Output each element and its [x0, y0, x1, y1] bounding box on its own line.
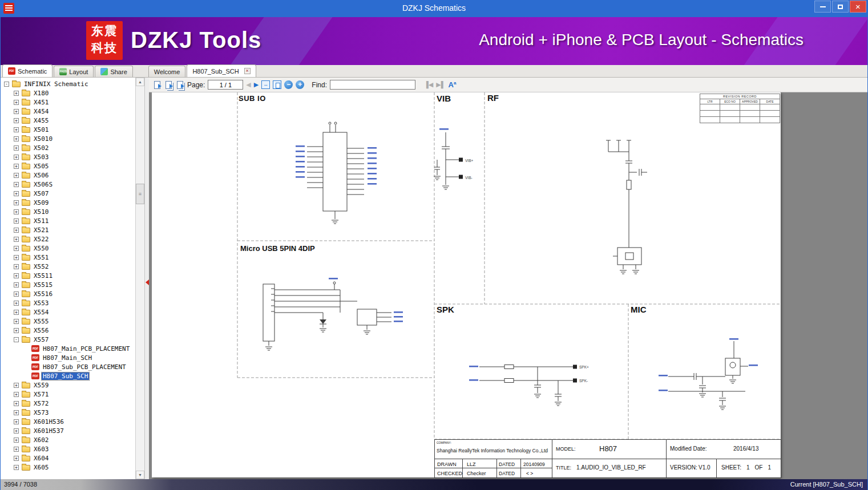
tree-item-label[interactable]: X505 [33, 163, 50, 170]
tree-item-X605[interactable]: +X605 [1, 463, 135, 472]
tree-item-X603[interactable]: +X603 [1, 444, 135, 453]
tree-item-X601H536[interactable]: +X601H536 [1, 417, 135, 426]
text-size-icon[interactable]: Aa [449, 80, 457, 89]
tree-item-label[interactable]: X601H536 [33, 418, 65, 426]
expand-icon[interactable]: + [14, 401, 19, 406]
tab-layout[interactable]: Layout [54, 66, 94, 77]
expand-icon[interactable]: + [14, 310, 19, 315]
tree-item-label[interactable]: X5010 [33, 135, 54, 143]
doc-tab-welcome[interactable]: Welcome [148, 66, 186, 77]
tree-item-X509[interactable]: +X509 [1, 198, 135, 207]
tree-item-H807_Sub_PCB_PLACEMENT[interactable]: PDFH807_Sub_PCB_PLACEMENT [1, 362, 135, 371]
next-page-icon[interactable] [254, 81, 259, 88]
tree-item-X507[interactable]: +X507 [1, 189, 135, 198]
tree-item-label[interactable]: X180 [33, 90, 50, 97]
tree-item-X5515[interactable]: +X5515 [1, 280, 135, 289]
expand-icon[interactable]: + [14, 91, 19, 96]
expand-icon[interactable]: + [14, 209, 19, 214]
tree-item-label[interactable]: X509 [33, 199, 50, 206]
tree-item-H807_Main_PCB_PLACEMENT[interactable]: PDFH807_Main_PCB_PLACEMENT [1, 344, 135, 353]
fit-page-icon[interactable] [273, 80, 281, 89]
tree-item-label[interactable]: X572 [33, 400, 50, 407]
tab-schematic[interactable]: Schematic [2, 64, 53, 77]
tree-item-X522[interactable]: +X522 [1, 234, 135, 244]
tree-item-X506[interactable]: +X506 [1, 171, 135, 180]
tree-item-X572[interactable]: +X572 [1, 399, 135, 408]
expand-icon[interactable]: + [14, 282, 19, 287]
expand-icon[interactable]: + [14, 438, 19, 443]
expand-icon[interactable]: + [14, 410, 19, 415]
tree-item-label[interactable]: X601H537 [33, 427, 65, 435]
tree-item-X552[interactable]: +X552 [1, 262, 135, 271]
page-tile-icon[interactable] [176, 80, 184, 89]
tree-item-label[interactable]: X573 [33, 409, 50, 416]
tree-item-X455[interactable]: +X455 [1, 116, 135, 125]
tree-item-X5010[interactable]: +X5010 [1, 134, 135, 143]
expand-icon[interactable]: + [14, 164, 19, 169]
tree-item-label[interactable]: X605 [33, 464, 50, 471]
expand-icon[interactable]: + [14, 419, 19, 424]
tree-item-label[interactable]: X571 [33, 391, 50, 398]
zoom-out-icon[interactable]: − [284, 80, 293, 89]
page-export-icon[interactable] [153, 80, 162, 89]
tree-item-X556[interactable]: +X556 [1, 326, 135, 335]
expand-icon[interactable]: + [14, 319, 19, 324]
tree-item-label[interactable]: X553 [33, 299, 50, 307]
tree-item-label[interactable]: X510 [33, 208, 50, 216]
expand-icon[interactable]: + [14, 155, 19, 160]
tree-item-X559[interactable]: +X559 [1, 380, 135, 390]
expand-icon[interactable]: + [14, 301, 19, 306]
tree-item-label[interactable]: INFINIX Schematic [23, 80, 90, 88]
expand-icon[interactable]: + [14, 428, 19, 434]
expand-icon[interactable]: + [14, 145, 19, 151]
sidebar-splitter[interactable] [144, 78, 149, 479]
tree-item-X510[interactable]: +X510 [1, 207, 135, 216]
tree-item-label[interactable]: X507 [33, 190, 50, 197]
tree-item-label[interactable]: X556 [33, 327, 50, 334]
tree-item-label[interactable]: X503 [33, 153, 50, 161]
tree-item-label[interactable]: X552 [33, 263, 50, 270]
expand-icon[interactable]: + [14, 127, 19, 132]
expand-icon[interactable]: + [14, 328, 19, 333]
tree-item-X571[interactable]: +X571 [1, 390, 135, 399]
tree-item-label[interactable]: H807_Sub_SCH [42, 372, 89, 380]
expand-icon[interactable]: + [14, 109, 19, 114]
tree-item-label[interactable]: X5511 [33, 272, 54, 280]
scrollbar-thumb[interactable] [136, 184, 144, 204]
expand-icon[interactable]: + [14, 136, 19, 141]
schematic-canvas[interactable]: VIB+ VIB- [149, 92, 867, 479]
tree-item-X550[interactable]: +X550 [1, 244, 135, 253]
tree-item-label[interactable]: H807_Sub_PCB_PLACEMENT [42, 363, 127, 371]
tree-item-label[interactable]: X554 [33, 309, 50, 316]
tree-item-label[interactable]: X5515 [33, 281, 54, 289]
tree-item-X557[interactable]: -X557 [1, 335, 135, 344]
expand-icon[interactable]: + [14, 200, 19, 205]
expand-icon[interactable]: + [14, 465, 19, 470]
scroll-down-icon[interactable] [136, 471, 144, 479]
tree-item-label[interactable]: X455 [33, 117, 50, 124]
expand-icon[interactable]: + [14, 264, 19, 269]
tree-item-label[interactable]: X454 [33, 108, 50, 115]
tree-item-label[interactable]: X557 [33, 336, 50, 343]
page-number-input[interactable] [208, 80, 243, 90]
expand-icon[interactable]: + [14, 118, 19, 123]
tree-item-label[interactable]: X506S [33, 181, 54, 188]
find-prev-icon[interactable] [424, 81, 433, 88]
page-copy-icon[interactable] [164, 80, 173, 89]
tree-item-X554[interactable]: +X554 [1, 307, 135, 317]
tree-item-label[interactable]: X511 [33, 217, 50, 225]
tree-item-label[interactable]: H807_Main_SCH [42, 354, 93, 362]
fit-width-icon[interactable] [261, 80, 270, 89]
tree-item-X506S[interactable]: +X506S [1, 180, 135, 189]
expand-icon[interactable]: + [14, 273, 19, 278]
tab-share[interactable]: Share [95, 66, 132, 77]
schematic-page[interactable]: VIB+ VIB- [152, 92, 781, 477]
tree-item-label[interactable]: X603 [33, 446, 50, 453]
expand-icon[interactable]: + [14, 383, 19, 388]
expand-icon[interactable]: + [14, 228, 19, 233]
expand-icon[interactable]: + [14, 456, 19, 461]
tree-item-X551[interactable]: +X551 [1, 253, 135, 262]
tree-item-label[interactable]: X551 [33, 254, 50, 261]
tree-item-H807_Sub_SCH[interactable]: PDFH807_Sub_SCH [1, 371, 135, 380]
tree-item-label[interactable]: X451 [33, 99, 50, 106]
